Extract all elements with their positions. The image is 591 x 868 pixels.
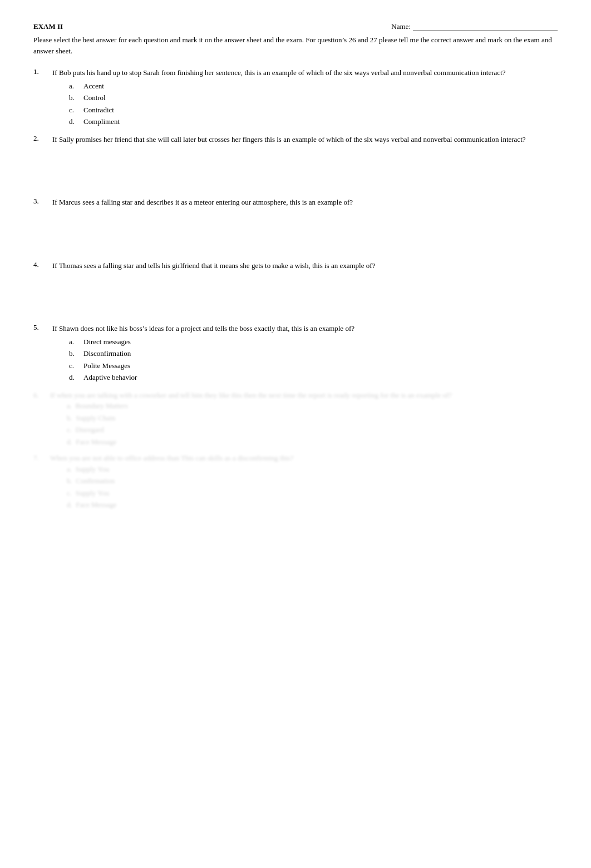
question-4: 4. If Thomas sees a falling star and tel… xyxy=(33,260,558,324)
question-4-content: If Thomas sees a falling star and tells … xyxy=(52,260,558,324)
question-3-text: If Marcus sees a falling star and descri… xyxy=(52,197,558,208)
exam-instructions: Please select the best answer for each q… xyxy=(33,34,558,56)
question-5: 5. If Shawn does not like his boss’s ide… xyxy=(33,323,558,384)
question-5-choice-a: a. Direct messages xyxy=(69,336,558,348)
question-1-content: If Bob puts his hand up to stop Sarah fr… xyxy=(52,67,558,128)
choice-5b-text: Disconfirmation xyxy=(83,348,131,359)
question-3-number: 3. xyxy=(33,197,50,206)
name-field-area: Name: xyxy=(391,22,558,31)
blurred-q7-choice-d: d. Face Message xyxy=(67,499,293,510)
name-label: Name: xyxy=(391,22,411,31)
blurred-q7-choice-a: a. Supply You xyxy=(67,464,293,475)
blurred-q6-choices: a. Boundary Matters b. Supply Chain c. D… xyxy=(50,400,452,447)
question-5-choices: a. Direct messages b. Disconfirmation c.… xyxy=(52,336,558,383)
question-4-text: If Thomas sees a falling star and tells … xyxy=(52,260,558,271)
blurred-question-6: 6. If when you are talking with a cowork… xyxy=(33,390,558,449)
question-4-number: 4. xyxy=(33,260,50,269)
blurred-q7-choice-b: b. Confirmation xyxy=(67,475,293,487)
question-3: 3. If Marcus sees a falling star and des… xyxy=(33,197,558,260)
question-1-choices: a. Accent b. Control c. Contradict d. Co… xyxy=(52,81,558,127)
question-1: 1. If Bob puts his hand up to stop Sarah… xyxy=(33,67,558,128)
question-3-answer-space xyxy=(52,210,558,260)
exam-title: EXAM II xyxy=(33,22,63,31)
name-input-line[interactable] xyxy=(413,22,558,31)
choice-5d-letter: d. xyxy=(69,372,83,383)
question-5-text: If Shawn does not like his boss’s ideas … xyxy=(52,323,558,334)
choice-c-text: Contradict xyxy=(83,105,114,116)
choice-b-text: Control xyxy=(83,92,106,103)
blurred-q7-row: 7. When you are not able to office addre… xyxy=(33,453,558,512)
blurred-q6-text: If when you are talking with a coworker … xyxy=(50,390,452,401)
question-1-choice-a: a. Accent xyxy=(69,81,558,92)
question-1-choice-b: b. Control xyxy=(69,92,558,103)
choice-a-letter: a. xyxy=(69,81,83,92)
blurred-q7-text: When you are not able to office address … xyxy=(50,453,293,464)
blurred-q6-choice-c: c. Disregard xyxy=(67,424,452,435)
blurred-q7-content: When you are not able to office address … xyxy=(50,453,293,512)
question-5-number: 5. xyxy=(33,323,50,332)
choice-c-letter: c. xyxy=(69,105,83,116)
question-3-content: If Marcus sees a falling star and descri… xyxy=(52,197,558,260)
blurred-q6-choice-a: a. Boundary Matters xyxy=(67,400,452,411)
blurred-q6-content: If when you are talking with a coworker … xyxy=(50,390,452,449)
choice-5c-text: Polite Messages xyxy=(83,360,130,371)
question-5-choice-b: b. Disconfirmation xyxy=(69,348,558,359)
question-2-number: 2. xyxy=(33,134,50,143)
choice-d-text: Compliment xyxy=(83,116,120,127)
question-1-choice-d: d. Compliment xyxy=(69,116,558,127)
question-4-answer-space xyxy=(52,273,558,323)
choice-a-text: Accent xyxy=(83,81,104,92)
choice-d-letter: d. xyxy=(69,116,83,127)
blurred-questions-section: 6. If when you are talking with a cowork… xyxy=(33,390,558,512)
choice-5a-text: Direct messages xyxy=(83,336,131,348)
choice-5c-letter: c. xyxy=(69,360,83,371)
blurred-q6-row: 6. If when you are talking with a cowork… xyxy=(33,390,558,449)
questions-list: 1. If Bob puts his hand up to stop Sarah… xyxy=(33,67,558,384)
question-2-content: If Sally promises her friend that she wi… xyxy=(52,134,558,197)
question-2-text: If Sally promises her friend that she wi… xyxy=(52,134,558,145)
question-1-number: 1. xyxy=(33,67,50,76)
exam-header: EXAM II Name: xyxy=(33,22,558,31)
question-5-choice-d: d. Adaptive behavior xyxy=(69,372,558,383)
choice-b-letter: b. xyxy=(69,92,83,103)
blurred-question-7: 7. When you are not able to office addre… xyxy=(33,453,558,512)
question-2-answer-space xyxy=(52,147,558,197)
blurred-q6-choice-d: d. Face Message xyxy=(67,437,452,448)
blurred-q6-number: 6. xyxy=(33,390,50,401)
choice-5b-letter: b. xyxy=(69,348,83,359)
choice-5d-text: Adaptive behavior xyxy=(83,372,137,383)
blurred-q7-number: 7. xyxy=(33,453,50,464)
question-2: 2. If Sally promises her friend that she… xyxy=(33,134,558,197)
question-5-content: If Shawn does not like his boss’s ideas … xyxy=(52,323,558,384)
choice-5a-letter: a. xyxy=(69,336,83,348)
blurred-q7-choice-c: c. Supply You xyxy=(67,488,293,499)
question-1-choice-c: c. Contradict xyxy=(69,105,558,116)
question-5-choice-c: c. Polite Messages xyxy=(69,360,558,371)
blurred-q6-choice-b: b. Supply Chain xyxy=(67,413,452,424)
blurred-q7-choices: a. Supply You b. Confirmation c. Supply … xyxy=(50,464,293,510)
question-1-text: If Bob puts his hand up to stop Sarah fr… xyxy=(52,67,558,78)
